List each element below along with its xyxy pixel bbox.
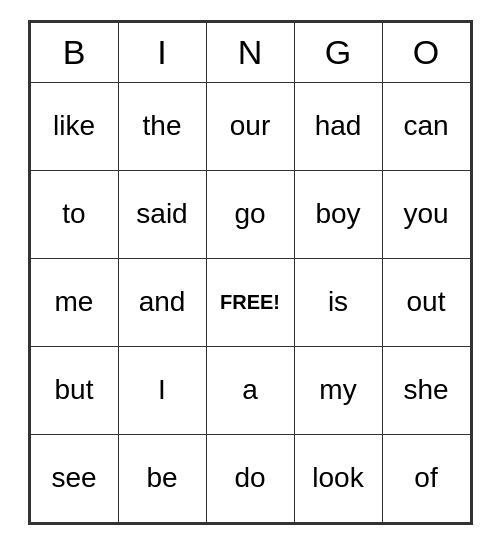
table-cell: look bbox=[294, 434, 382, 522]
table-cell: go bbox=[206, 170, 294, 258]
table-row: butIamyshe bbox=[30, 346, 470, 434]
table-cell: me bbox=[30, 258, 118, 346]
table-cell: like bbox=[30, 82, 118, 170]
table-cell: of bbox=[382, 434, 470, 522]
table-cell: our bbox=[206, 82, 294, 170]
table-cell: boy bbox=[294, 170, 382, 258]
bingo-body: liketheourhadcantosaidgoboyyoumeandFREE!… bbox=[30, 82, 470, 522]
table-cell: see bbox=[30, 434, 118, 522]
table-cell: had bbox=[294, 82, 382, 170]
table-cell: to bbox=[30, 170, 118, 258]
table-row: tosaidgoboyyou bbox=[30, 170, 470, 258]
table-cell: but bbox=[30, 346, 118, 434]
table-cell: do bbox=[206, 434, 294, 522]
table-cell: out bbox=[382, 258, 470, 346]
table-cell: the bbox=[118, 82, 206, 170]
header-n: N bbox=[206, 22, 294, 82]
table-cell: is bbox=[294, 258, 382, 346]
table-cell: can bbox=[382, 82, 470, 170]
header-o: O bbox=[382, 22, 470, 82]
table-cell: I bbox=[118, 346, 206, 434]
table-cell: said bbox=[118, 170, 206, 258]
table-cell: and bbox=[118, 258, 206, 346]
table-row: liketheourhadcan bbox=[30, 82, 470, 170]
bingo-card: B I N G O liketheourhadcantosaidgoboyyou… bbox=[28, 20, 473, 525]
table-cell: my bbox=[294, 346, 382, 434]
header-i: I bbox=[118, 22, 206, 82]
table-row: seebedolookof bbox=[30, 434, 470, 522]
table-row: meandFREE!isout bbox=[30, 258, 470, 346]
table-cell: a bbox=[206, 346, 294, 434]
header-g: G bbox=[294, 22, 382, 82]
header-row: B I N G O bbox=[30, 22, 470, 82]
table-cell: be bbox=[118, 434, 206, 522]
table-cell: FREE! bbox=[206, 258, 294, 346]
table-cell: you bbox=[382, 170, 470, 258]
table-cell: she bbox=[382, 346, 470, 434]
bingo-table: B I N G O liketheourhadcantosaidgoboyyou… bbox=[30, 22, 471, 523]
header-b: B bbox=[30, 22, 118, 82]
